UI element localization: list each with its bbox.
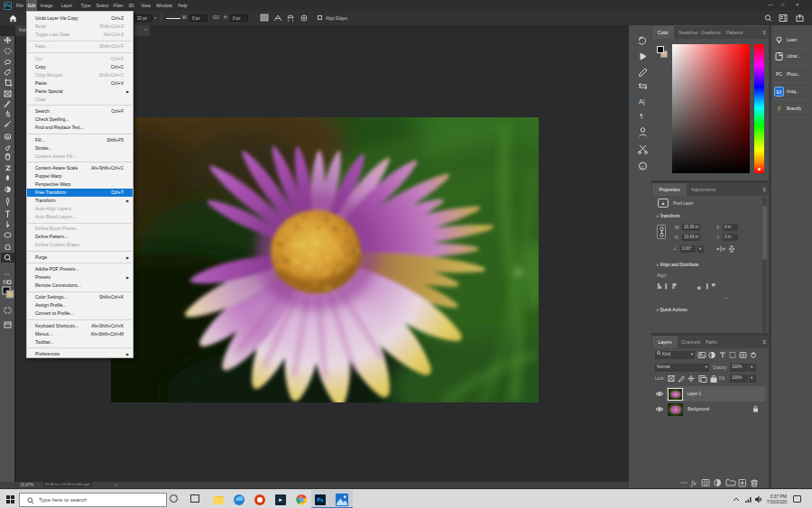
svg-text:A|: A| (639, 98, 645, 106)
svg-text:c: c (641, 164, 644, 170)
svg-text:¶: ¶ (640, 113, 643, 119)
svg-text:fx: fx (691, 479, 697, 487)
